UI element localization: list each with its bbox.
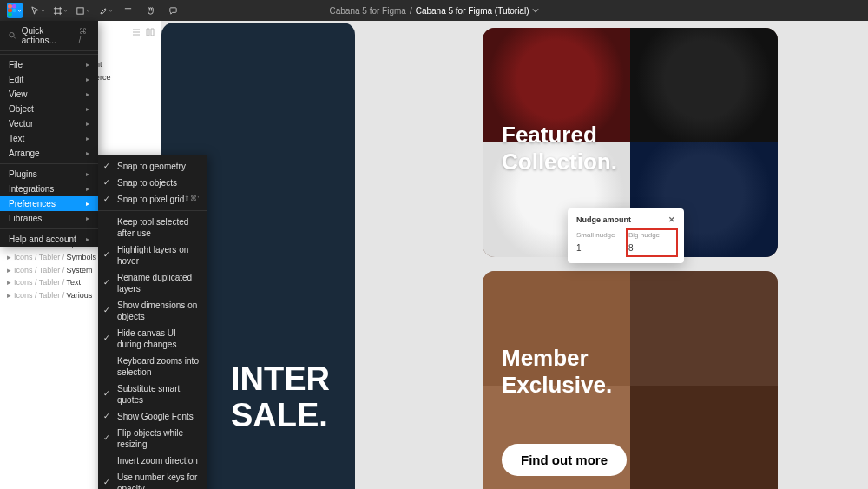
member-text: Member Exclusive. xyxy=(502,345,612,399)
list-view-icon[interactable] xyxy=(132,28,141,36)
book-view-icon[interactable] xyxy=(146,28,155,36)
big-nudge-label: Big nudge xyxy=(628,231,675,239)
menu-item-plugins[interactable]: Plugins▸ xyxy=(0,167,98,182)
pref-show-dims[interactable]: ✓Show dimensions on objects xyxy=(98,297,207,325)
text-tool-icon[interactable] xyxy=(120,3,135,18)
pref-snap-objects[interactable]: ✓Snap to objects xyxy=(98,175,207,191)
menu-item-edit[interactable]: Edit▸ xyxy=(0,72,98,87)
pref-highlight-hover[interactable]: ✓Highlight layers on hover xyxy=(98,241,207,269)
menu-item-help-and-account[interactable]: Help and account▸ xyxy=(0,232,98,247)
menu-item-preferences[interactable]: Preferences▸ xyxy=(0,196,98,211)
tool-group xyxy=(7,3,181,18)
preferences-submenu: ✓Snap to geometry ✓Snap to objects ✓Snap… xyxy=(98,155,207,489)
nudge-amount-popup: Nudge amount ✕ Small nudge 1 Big nudge 8 xyxy=(568,208,684,263)
move-tool-icon[interactable] xyxy=(30,3,45,18)
toolbar: Cabana 5 for Figma / Cabana 5 for Figma … xyxy=(0,0,868,21)
breadcrumb[interactable]: Cabana 5 for Figma / Cabana 5 for Figma … xyxy=(330,6,539,16)
small-nudge-label: Small nudge xyxy=(576,231,623,239)
breadcrumb-current: Cabana 5 for Figma (Tutorial) xyxy=(416,6,529,16)
quick-actions-shortcut: ⌘ / xyxy=(79,27,89,44)
featured-text: Featured Collection. xyxy=(502,122,617,175)
popup-title: Nudge amount xyxy=(576,215,631,224)
svg-point-6 xyxy=(10,32,14,36)
breadcrumb-parent: Cabana 5 for Figma xyxy=(330,6,406,16)
menu-item-libraries[interactable]: Libraries▸ xyxy=(0,211,98,226)
svg-point-3 xyxy=(12,9,16,13)
menu-item-vector[interactable]: Vector▸ xyxy=(0,116,98,131)
big-nudge-value[interactable]: 8 xyxy=(628,241,675,254)
hand-tool-icon[interactable] xyxy=(142,3,158,18)
pref-snap-geometry[interactable]: ✓Snap to geometry xyxy=(98,158,207,175)
frame-tool-icon[interactable] xyxy=(52,3,68,18)
pref-flip-resize[interactable]: ✓Flip objects while resizing xyxy=(98,425,207,453)
pref-hide-canvas-ui[interactable]: ✓Hide canvas UI during changes xyxy=(98,325,207,353)
menu-item-file[interactable]: File▸ xyxy=(0,57,98,72)
svg-rect-5 xyxy=(76,7,82,13)
big-nudge-field[interactable]: Big nudge 8 xyxy=(628,231,675,254)
pref-invert-zoom[interactable]: Invert zoom direction xyxy=(98,453,207,469)
pen-tool-icon[interactable] xyxy=(97,3,113,18)
menu-item-arrange[interactable]: Arrange▸ xyxy=(0,146,98,161)
comment-tool-icon[interactable] xyxy=(165,3,181,18)
menu-item-text[interactable]: Text▸ xyxy=(0,131,98,146)
menu-item-object[interactable]: Object▸ xyxy=(0,102,98,116)
pref-number-opacity[interactable]: ✓Use number keys for opacity xyxy=(98,469,207,489)
menu-quick-actions[interactable]: Quick actions... ⌘ / xyxy=(0,21,98,51)
small-nudge-value[interactable]: 1 xyxy=(576,241,623,254)
svg-rect-1 xyxy=(12,4,16,9)
hero-text: INTER SALE. xyxy=(231,361,330,434)
svg-rect-4 xyxy=(8,12,12,17)
canvas[interactable]: INTER SALE. Featured Collection. Membe xyxy=(161,21,868,489)
close-icon[interactable]: ✕ xyxy=(668,215,675,224)
chevron-down-icon[interactable] xyxy=(532,8,538,14)
menu-item-view[interactable]: View▸ xyxy=(0,87,98,102)
search-icon xyxy=(9,31,16,40)
svg-rect-2 xyxy=(8,9,12,13)
main-menu: Quick actions... ⌘ / File▸Edit▸View▸Obje… xyxy=(0,21,98,247)
small-nudge-field[interactable]: Small nudge 1 xyxy=(576,231,623,254)
menu-item-integrations[interactable]: Integrations▸ xyxy=(0,182,98,196)
pref-google-fonts[interactable]: ✓Show Google Fonts xyxy=(98,408,207,425)
artboard-member[interactable]: Member Exclusive. Find out more xyxy=(483,271,778,489)
find-out-more-button[interactable]: Find out more xyxy=(502,444,627,476)
figma-menu-icon[interactable] xyxy=(7,3,23,18)
svg-rect-0 xyxy=(8,4,12,9)
pref-smart-quotes[interactable]: ✓Substitute smart quotes xyxy=(98,380,207,408)
pref-keyboard-zoom[interactable]: Keyboard zooms into selection xyxy=(98,353,207,380)
shape-tool-icon[interactable] xyxy=(75,3,90,18)
pref-rename-dup[interactable]: ✓Rename duplicated layers xyxy=(98,269,207,297)
pref-snap-pixel[interactable]: ✓Snap to pixel grid⇧⌘' xyxy=(98,191,207,208)
shirt-black xyxy=(630,28,778,142)
pref-keep-tool[interactable]: Keep tool selected after use xyxy=(98,214,207,241)
